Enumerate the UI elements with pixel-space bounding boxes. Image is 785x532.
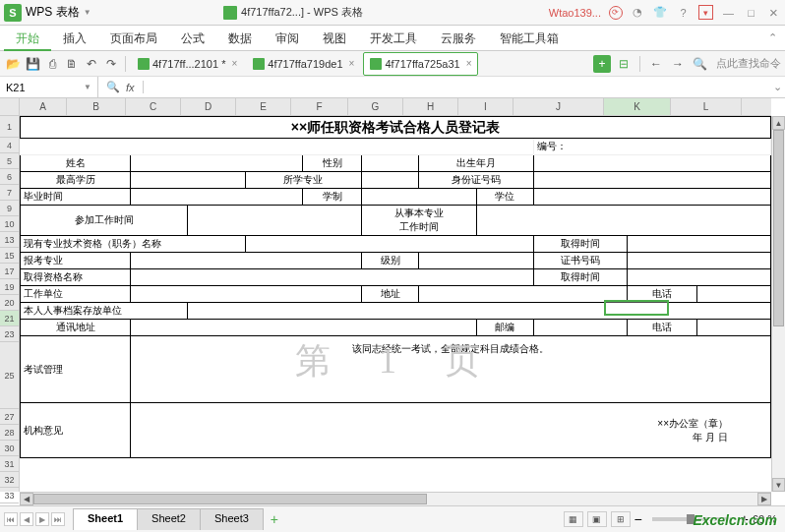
add-sheet-button[interactable]: +	[263, 508, 286, 530]
search-hint[interactable]: 点此查找命令	[712, 56, 781, 71]
zoom-out-button[interactable]: −	[634, 511, 642, 527]
sheet-prev-button[interactable]: ◀	[20, 512, 33, 526]
skin-icon[interactable]: 👕	[653, 5, 668, 20]
undo-icon[interactable]: ↶	[83, 55, 100, 73]
sheet-tab-2[interactable]: Sheet2	[137, 508, 201, 530]
name-box[interactable]: K21 ▼	[0, 77, 98, 98]
row-header-13[interactable]: 13	[0, 232, 19, 248]
tab-formula[interactable]: 公式	[169, 26, 216, 51]
row-header-30[interactable]: 30	[0, 441, 19, 456]
vscroll-thumb[interactable]	[773, 130, 784, 326]
sheet-first-button[interactable]: ⏮	[4, 512, 18, 526]
tab-devtools[interactable]: 开发工具	[358, 26, 429, 51]
col-header-L[interactable]: L	[671, 98, 742, 115]
tab-review[interactable]: 审阅	[264, 26, 311, 51]
maximize-button[interactable]: □	[744, 5, 758, 20]
tab-insert[interactable]: 插入	[51, 26, 98, 51]
tab-view[interactable]: 视图	[311, 26, 358, 51]
tab-smarttools[interactable]: 智能工具箱	[488, 26, 571, 51]
col-header-G[interactable]: G	[348, 98, 403, 115]
sheet-last-button[interactable]: ⏭	[51, 512, 65, 526]
user-link[interactable]: Wtao139...	[549, 7, 601, 19]
redo-icon[interactable]: ↷	[102, 55, 120, 73]
row-header-1[interactable]: 1	[0, 116, 19, 138]
col-header-K[interactable]: K	[604, 98, 671, 115]
ribbon-collapse-icon[interactable]: ⌃	[760, 31, 785, 44]
vertical-scrollbar[interactable]: ▲ ▼	[771, 116, 785, 492]
tab-pagelayout[interactable]: 页面布局	[98, 26, 169, 51]
tab-cloud[interactable]: 云服务	[429, 26, 488, 51]
col-header-C[interactable]: C	[126, 98, 181, 115]
view-page-button[interactable]: ▣	[587, 511, 607, 527]
scroll-up-button[interactable]: ▲	[772, 116, 785, 130]
row-header-28[interactable]: 28	[0, 425, 19, 441]
select-all-corner[interactable]	[0, 98, 20, 116]
row-header-33[interactable]: 33	[0, 488, 19, 503]
doc-tab-close-icon[interactable]: ×	[349, 58, 355, 69]
col-header-E[interactable]: E	[236, 98, 291, 115]
scroll-right-button[interactable]: ▶	[757, 493, 771, 505]
scroll-down-button[interactable]: ▼	[772, 478, 785, 492]
doc-tab-1[interactable]: 4f717ff...2101 * ×	[131, 52, 244, 76]
close-button[interactable]: ×	[766, 5, 781, 20]
row-header-32[interactable]: 32	[0, 472, 19, 488]
row-header-9[interactable]: 9	[0, 201, 19, 216]
tab-list-icon[interactable]: ⊟	[615, 55, 633, 73]
col-header-I[interactable]: I	[458, 98, 513, 115]
row-header-25[interactable]: 25	[0, 342, 19, 409]
app-menu-dropdown[interactable]: ▼	[84, 8, 91, 17]
col-header-A[interactable]: A	[20, 98, 67, 115]
fx-search-icon[interactable]: 🔍	[106, 81, 120, 93]
save-icon[interactable]: 💾	[24, 55, 41, 73]
print-icon[interactable]: ⎙	[43, 55, 61, 73]
grid[interactable]: 第 1 页 ××师任职资格考试合格人员登记表 编号： 姓名 性别 出生年月 最高…	[20, 116, 771, 492]
doc-tab-2[interactable]: 4f717ffa719de1 ×	[246, 52, 361, 76]
row-header-23[interactable]: 23	[0, 326, 19, 342]
doc-tab-close-icon[interactable]: ×	[466, 58, 472, 69]
tab-data[interactable]: 数据	[216, 26, 264, 51]
col-header-H[interactable]: H	[403, 98, 458, 115]
sync-icon[interactable]: ⟳	[609, 6, 623, 20]
row-header-6[interactable]: 6	[0, 169, 19, 185]
row-header-17[interactable]: 17	[0, 264, 19, 279]
search-icon[interactable]: 🔍	[691, 55, 708, 73]
tab-start[interactable]: 开始	[4, 26, 51, 51]
back-icon[interactable]: ←	[647, 55, 665, 73]
col-header-B[interactable]: B	[67, 98, 126, 115]
row-header-20[interactable]: 20	[0, 295, 19, 311]
doc-title-text: 4f717ffa72...] - WPS 表格	[241, 5, 363, 20]
row-header-4[interactable]: 4	[0, 138, 19, 153]
open-icon[interactable]: 📂	[4, 55, 22, 73]
sheet-next-button[interactable]: ▶	[35, 512, 49, 526]
row-header-27[interactable]: 27	[0, 409, 19, 425]
row-header-21[interactable]: 21	[0, 311, 19, 326]
row-header-7[interactable]: 7	[0, 185, 19, 201]
cloud-icon[interactable]: ◔	[631, 5, 645, 20]
doc-tab-3[interactable]: 4f717ffa725a31 ×	[363, 52, 478, 76]
hscroll-thumb[interactable]	[33, 494, 427, 504]
row-header-5[interactable]: 5	[0, 153, 19, 169]
feedback-icon[interactable]: ?	[676, 5, 691, 20]
gift-icon[interactable]: ▾	[698, 5, 713, 20]
row-header-31[interactable]: 31	[0, 456, 19, 472]
horizontal-scrollbar[interactable]: ◀ ▶	[20, 492, 771, 505]
col-header-J[interactable]: J	[513, 98, 604, 115]
formula-expand-icon[interactable]: ⌄	[769, 81, 785, 93]
col-header-D[interactable]: D	[181, 98, 236, 115]
new-tab-button[interactable]: +	[593, 55, 611, 73]
name-box-dropdown-icon[interactable]: ▼	[84, 83, 91, 91]
row-header-19[interactable]: 19	[0, 279, 19, 295]
col-header-F[interactable]: F	[291, 98, 348, 115]
view-normal-button[interactable]: ▦	[564, 511, 583, 527]
view-break-button[interactable]: ⊞	[611, 511, 631, 527]
row-header-15[interactable]: 15	[0, 248, 19, 264]
doc-tab-close-icon[interactable]: ×	[231, 58, 237, 69]
row-header-10[interactable]: 10	[0, 216, 19, 232]
fx-icon[interactable]: fx	[126, 82, 135, 93]
forward-icon[interactable]: →	[669, 55, 687, 73]
sheet-tab-1[interactable]: Sheet1	[73, 508, 138, 530]
print-preview-icon[interactable]: 🗎	[63, 55, 81, 73]
sheet-tab-3[interactable]: Sheet3	[200, 508, 264, 530]
scroll-left-button[interactable]: ◀	[20, 493, 33, 505]
minimize-button[interactable]: —	[721, 5, 736, 20]
